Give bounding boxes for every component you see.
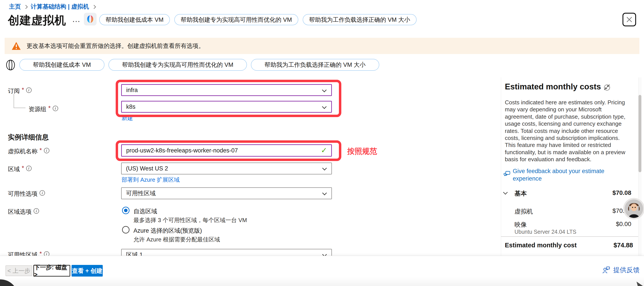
breadcrumb-home[interactable]: 主页 [9,3,21,11]
tree-connector [14,94,26,108]
chevron-down-icon [322,88,326,92]
info-icon[interactable]: i [53,106,58,111]
cost-disclaimer-text: Costs indicated here are estimates only.… [505,99,630,163]
previous-step-button[interactable]: < 上一步 [6,265,32,276]
cost-item-amount: $0.00 [562,220,631,227]
footer-bar: < 上一步 下一步: 磁盘 > 查看 + 创建 提供反馈 [0,256,644,286]
create-new-resource-group-link[interactable]: 新建 [122,114,133,122]
info-icon[interactable]: i [40,190,45,196]
required-asterisk: * [40,147,42,154]
annotation-text: 按照规范 [347,146,377,156]
radio-azure-selected-zones-label[interactable]: Azure 选择的区域(预览版) [134,227,202,235]
warning-icon [12,42,21,50]
page-title: 创建虚拟机 [8,13,66,28]
radio-azure-selected-zones[interactable] [122,226,130,233]
suggest-high-availability-vm-button[interactable]: 帮助我创建专为实现高可用性而优化的 VM [174,14,298,25]
next-step-disks-button[interactable]: 下一步: 磁盘 > [33,265,70,276]
copilot-outline-icon [5,60,16,71]
breadcrumb: 主页 计算基础结构 | 虚拟机 [9,3,96,11]
chevron-right-icon [24,5,28,9]
required-asterisk: * [22,87,24,93]
radio-azure-selected-zones-desc: 允许 Azure 根据需要分配最佳区域 [134,236,220,243]
required-asterisk: * [48,105,51,112]
scrollbar-thumb[interactable] [638,95,641,172]
close-icon [626,16,633,23]
valid-check-icon: ✓ [321,146,327,155]
chevron-down-icon [322,166,327,170]
radio-self-selected-zones-label[interactable]: 自选区域 [134,207,157,215]
info-icon[interactable]: i [26,87,32,93]
cost-item-sublabel: Ubuntu Server 24.04 LTS [514,229,576,235]
chevron-down-icon [322,191,327,195]
give-feedback-button[interactable]: 提供反馈 [602,265,640,274]
feedback-bubbles-icon [503,170,511,179]
subscription-dropdown[interactable]: infra [121,84,332,96]
copilot-button[interactable] [84,13,96,26]
suggest-right-size-vm-button[interactable]: 帮助我为工作负载选择正确的 VM 大小 [303,14,416,25]
mouse-cursor [636,281,644,286]
vm-name-label: 虚拟机名称 * i [8,147,50,155]
cost-item-label: 虚拟机 [514,207,533,216]
vm-name-input[interactable] [121,144,332,157]
radio-self-selected-zones-desc: 最多选择 3 个可用性区域，每个区域一台 VM [134,216,247,224]
resource-group-dropdown[interactable]: k8s [121,101,332,113]
availability-options-dropdown[interactable]: 可用性区域 [121,187,332,199]
estimate-feedback-link[interactable]: Give feedback about your estimate experi… [513,167,620,182]
avatar [623,198,644,219]
region-label: 区域 * i [8,165,32,173]
copilot-icon [86,15,94,23]
extended-zones-link[interactable]: 部署到 Azure 扩展区域 [122,176,180,184]
copilot-suggestions-header: 帮助我创建低成本 VM 帮助我创建专为实现高可用性而优化的 VM 帮助我为工作负… [99,14,416,25]
zone-options-label: 区域选项 i [8,208,39,216]
suggest-low-cost-vm-button[interactable]: 帮助我创建低成本 VM [99,14,170,25]
chevron-right-icon [92,5,96,9]
breadcrumb-virtual-machines[interactable]: 计算基础结构 | 虚拟机 [31,3,89,11]
resource-group-label: 资源组 * i [28,105,58,113]
suggest-low-cost-vm-button[interactable]: 帮助我创建低成本 VM [19,59,104,71]
warning-banner: 更改基本选项可能会重置所做的选择。创建虚拟机前查看所有选项。 [4,38,640,54]
person-feedback-icon [602,266,610,274]
instance-details-heading: 实例详细信息 [8,133,49,142]
review-create-button[interactable]: 查看 + 创建 [72,265,103,276]
radio-self-selected-zones[interactable] [122,207,130,214]
total-cost-amount: $74.88 [562,242,633,249]
cost-item-amount: $70.08 [562,207,631,214]
chevron-down-icon [322,104,326,109]
copilot-suggestions-inline: 帮助我创建低成本 VM 帮助我创建专为实现高可用性而优化的 VM 帮助我为工作负… [19,59,379,71]
info-icon[interactable]: i [34,208,39,214]
availability-options-label: 可用性选项 i [8,190,45,198]
required-asterisk: * [22,165,24,172]
info-icon[interactable]: i [44,148,50,153]
info-icon[interactable]: i [26,166,32,171]
region-dropdown[interactable]: (US) West US 2 [121,163,332,174]
suggest-right-size-vm-button[interactable]: 帮助我为工作负载选择正确的 VM 大小 [251,59,379,71]
suggest-high-availability-vm-button[interactable]: 帮助我创建专为实现高可用性而优化的 VM [108,59,247,71]
cost-group-label[interactable]: 基本 [514,189,527,198]
collapse-panel-icon[interactable] [604,84,610,91]
create-vm-page: 主页 计算基础结构 | 虚拟机 创建虚拟机 … 帮助我创建低成本 VM 帮助我创… [0,0,644,286]
subscription-label: 订阅 * i [8,87,32,95]
cost-group-amount: $70.08 [562,189,631,196]
warning-text: 更改基本选项可能会重置所做的选择。创建虚拟机前查看所有选项。 [26,42,204,50]
more-options-button[interactable]: … [72,15,81,24]
cost-panel-title: Estimated monthly costs i [505,82,610,91]
close-button[interactable] [622,13,636,26]
chevron-down-icon[interactable] [503,190,508,195]
total-divider [501,236,640,237]
cost-item-label: 映像 [514,220,527,229]
